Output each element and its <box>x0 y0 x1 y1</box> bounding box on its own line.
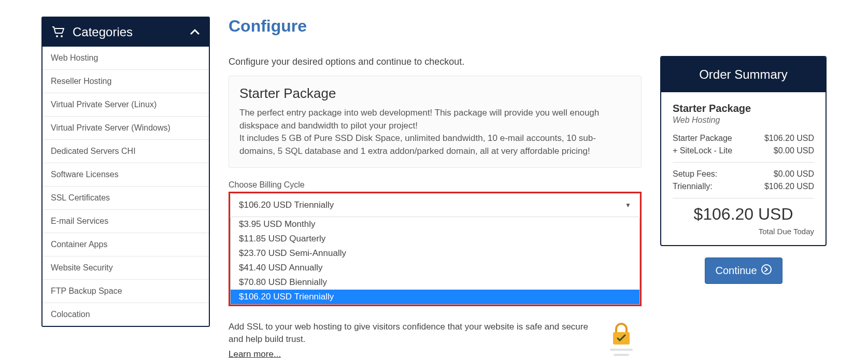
summary-product-title: Starter Package <box>673 103 814 114</box>
configure-main: Configure Configure your desired options… <box>229 17 642 358</box>
sidebar-item-colocation[interactable]: Colocation <box>42 303 209 326</box>
billing-cycle-selected: $106.20 USD Triennially <box>239 200 334 210</box>
billing-option-quarterly[interactable]: $11.85 USD Quarterly <box>231 232 639 246</box>
summary-fee-value: $0.00 USD <box>774 169 814 179</box>
sidebar-item-website-security[interactable]: Website Security <box>42 256 209 279</box>
order-summary-box: Order Summary Starter Package Web Hostin… <box>660 56 827 246</box>
svg-point-0 <box>56 35 58 37</box>
page-subtitle: Configure your desired options and conti… <box>229 56 642 67</box>
summary-line-label: Starter Package <box>673 134 732 143</box>
summary-fee-row: Setup Fees: $0.00 USD <box>673 168 814 180</box>
chevron-down-icon: ▼ <box>625 202 631 209</box>
summary-product-category: Web Hosting <box>673 116 814 125</box>
billing-option-annually[interactable]: $41.40 USD Annually <box>231 261 639 275</box>
sidebar-item-software-licenses[interactable]: Software Licenses <box>42 163 209 186</box>
sidebar-item-vps-linux[interactable]: Virtual Private Server (Linux) <box>42 93 209 116</box>
sidebar-item-ssl-certificates[interactable]: SSL Certificates <box>42 186 209 209</box>
summary-fee-label: Triennially: <box>673 182 713 191</box>
summary-line-value: $106.20 USD <box>764 134 814 143</box>
sidebar-item-container-apps[interactable]: Container Apps <box>42 233 209 256</box>
sidebar-item-ftp-backup[interactable]: FTP Backup Space <box>42 279 209 303</box>
summary-fee-row: Triennially: $106.20 USD <box>673 180 814 193</box>
sidebar-item-vps-windows[interactable]: Virtual Private Server (Windows) <box>42 116 209 139</box>
summary-total: $106.20 USD <box>673 205 814 224</box>
page-title: Configure <box>229 17 642 36</box>
billing-option-biennially[interactable]: $70.80 USD Biennially <box>231 275 639 290</box>
summary-line-value: $0.00 USD <box>774 146 814 155</box>
summary-total-label: Total Due Today <box>673 227 814 236</box>
billing-highlight: $106.20 USD Triennially ▼ $3.95 USD Mont… <box>229 192 642 306</box>
summary-line-label: + SiteLock - Lite <box>673 146 732 155</box>
lock-icon <box>601 321 642 356</box>
categories-list: Web Hosting Reseller Hosting Virtual Pri… <box>42 47 209 326</box>
billing-cycle-select[interactable]: $106.20 USD Triennially ▼ <box>230 193 640 217</box>
package-description-1: The perfect entry package into web devel… <box>239 107 631 132</box>
summary-fee-label: Setup Fees: <box>673 169 717 179</box>
continue-button[interactable]: Continue <box>705 257 782 284</box>
sidebar-item-dedicated-servers[interactable]: Dedicated Servers CHI <box>42 139 209 163</box>
package-description-2: It includes 5 GB of Pure SSD Disk Space,… <box>239 132 631 157</box>
continue-label: Continue <box>715 265 757 277</box>
billing-option-monthly[interactable]: $3.95 USD Monthly <box>231 217 639 232</box>
billing-cycle-label: Choose Billing Cycle <box>229 180 642 190</box>
cart-icon <box>52 26 65 38</box>
sidebar-item-web-hosting[interactable]: Web Hosting <box>42 47 209 69</box>
package-box: Starter Package The perfect entry packag… <box>229 76 642 168</box>
ssl-addon-text: Add SSL to your web hosting to give visi… <box>229 321 594 346</box>
billing-option-triennially[interactable]: $106.20 USD Triennially <box>231 290 639 304</box>
categories-header[interactable]: Categories <box>42 18 209 47</box>
package-name: Starter Package <box>239 85 631 102</box>
svg-point-3 <box>762 265 771 274</box>
summary-line-item: + SiteLock - Lite $0.00 USD <box>673 145 814 157</box>
svg-point-1 <box>61 35 63 37</box>
summary-line-item: Starter Package $106.20 USD <box>673 132 814 145</box>
categories-sidebar: Categories Web Hosting Reseller Hosting … <box>41 17 210 327</box>
summary-fee-value: $106.20 USD <box>764 182 814 191</box>
order-summary-col: Order Summary Starter Package Web Hostin… <box>660 17 827 358</box>
billing-cycle-dropdown: $3.95 USD Monthly $11.85 USD Quarterly $… <box>230 217 640 305</box>
billing-option-semiannually[interactable]: $23.70 USD Semi-Annually <box>231 246 639 261</box>
arrow-right-icon <box>761 264 772 277</box>
sidebar-item-email-services[interactable]: E-mail Services <box>42 209 209 233</box>
order-summary-header: Order Summary <box>661 57 826 92</box>
sidebar-item-reseller-hosting[interactable]: Reseller Hosting <box>42 69 209 93</box>
categories-title: Categories <box>73 25 133 39</box>
ssl-addon: Add SSL to your web hosting to give visi… <box>229 313 642 358</box>
chevron-up-icon <box>190 27 200 37</box>
learn-more-link[interactable]: Learn more... <box>229 349 281 358</box>
